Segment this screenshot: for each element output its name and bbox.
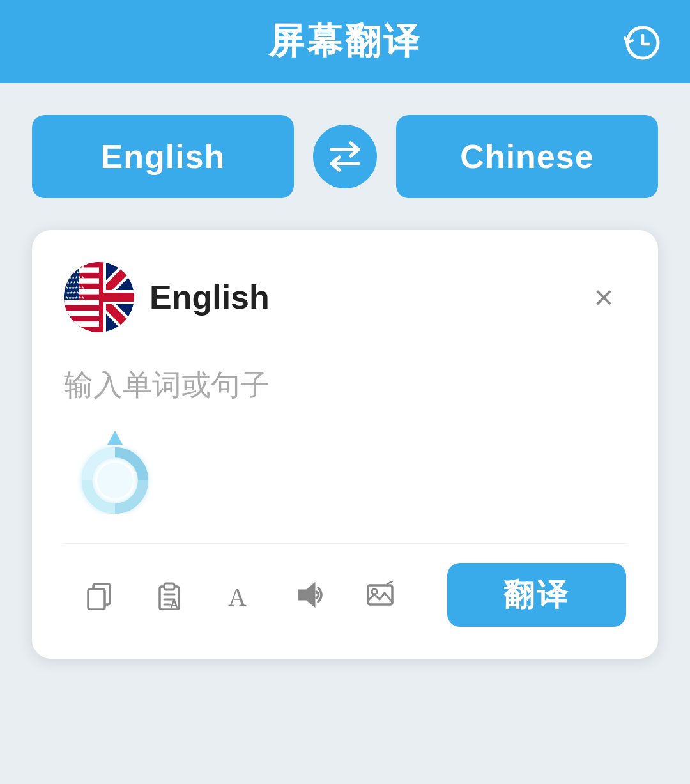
input-placeholder: 输入单词或句子 xyxy=(64,358,626,411)
svg-rect-22 xyxy=(64,305,99,311)
loading-spinner-container xyxy=(64,431,626,507)
svg-text:★★★★★★: ★★★★★★ xyxy=(65,275,84,279)
svg-rect-26 xyxy=(64,327,99,332)
image-icon xyxy=(365,580,395,610)
copy-icon xyxy=(84,580,114,610)
paste-button[interactable]: A xyxy=(134,569,204,620)
card-header: ★★★★★★ ★★★★★ ★★★★★★ ★★★★★ ★★★★★★ ★★★★★ ★… xyxy=(64,262,626,332)
svg-text:★★★★★: ★★★★★ xyxy=(66,281,82,284)
app-header: 屏幕翻译 xyxy=(0,0,690,83)
svg-text:★★★★★★: ★★★★★★ xyxy=(65,265,84,269)
input-area[interactable]: 输入单词或句子 xyxy=(64,358,626,524)
svg-text:A: A xyxy=(170,598,178,610)
card-lang-info: ★★★★★★ ★★★★★ ★★★★★★ ★★★★★ ★★★★★★ ★★★★★ ★… xyxy=(64,262,270,332)
svg-text:★★★★★★: ★★★★★★ xyxy=(65,286,84,289)
spinner-svg xyxy=(77,431,153,514)
app-title: 屏幕翻译 xyxy=(268,17,422,66)
swap-icon xyxy=(326,141,364,173)
translation-card: ★★★★★★ ★★★★★ ★★★★★★ ★★★★★ ★★★★★★ ★★★★★ ★… xyxy=(32,230,658,659)
font-button[interactable]: A xyxy=(204,569,275,620)
history-icon xyxy=(621,21,662,62)
card-lang-label: English xyxy=(150,278,270,316)
translate-button[interactable]: 翻译 xyxy=(447,563,626,627)
close-button[interactable]: × xyxy=(581,275,626,319)
svg-rect-24 xyxy=(64,316,99,321)
font-icon: A xyxy=(225,580,254,610)
svg-marker-35 xyxy=(107,431,123,445)
audio-button[interactable] xyxy=(275,569,345,620)
svg-point-37 xyxy=(97,463,133,498)
audio-icon xyxy=(295,580,325,610)
svg-rect-21 xyxy=(64,300,99,305)
svg-text:★★★★★: ★★★★★ xyxy=(66,270,82,274)
svg-rect-23 xyxy=(64,311,99,316)
flag-circle: ★★★★★★ ★★★★★ ★★★★★★ ★★★★★ ★★★★★★ ★★★★★ ★… xyxy=(64,262,134,332)
image-button[interactable] xyxy=(345,569,415,620)
paste-icon: A xyxy=(155,580,184,610)
svg-text:★★★★★: ★★★★★ xyxy=(66,291,82,295)
svg-rect-48 xyxy=(368,585,392,604)
svg-rect-41 xyxy=(164,583,174,590)
card-toolbar: A A 翻译 xyxy=(64,543,626,627)
copy-button[interactable] xyxy=(64,569,134,620)
svg-text:A: A xyxy=(228,583,247,610)
loading-spinner xyxy=(77,431,153,507)
target-lang-button[interactable]: Chinese xyxy=(396,115,658,198)
lang-selector-row: English Chinese xyxy=(0,83,690,230)
svg-rect-25 xyxy=(64,321,99,327)
history-button[interactable] xyxy=(618,19,664,65)
svg-text:★★★★★★: ★★★★★★ xyxy=(65,296,84,300)
swap-languages-button[interactable] xyxy=(313,125,377,188)
svg-line-50 xyxy=(387,581,392,584)
svg-rect-39 xyxy=(88,589,105,610)
svg-marker-47 xyxy=(299,584,314,606)
source-lang-button[interactable]: English xyxy=(32,115,294,198)
